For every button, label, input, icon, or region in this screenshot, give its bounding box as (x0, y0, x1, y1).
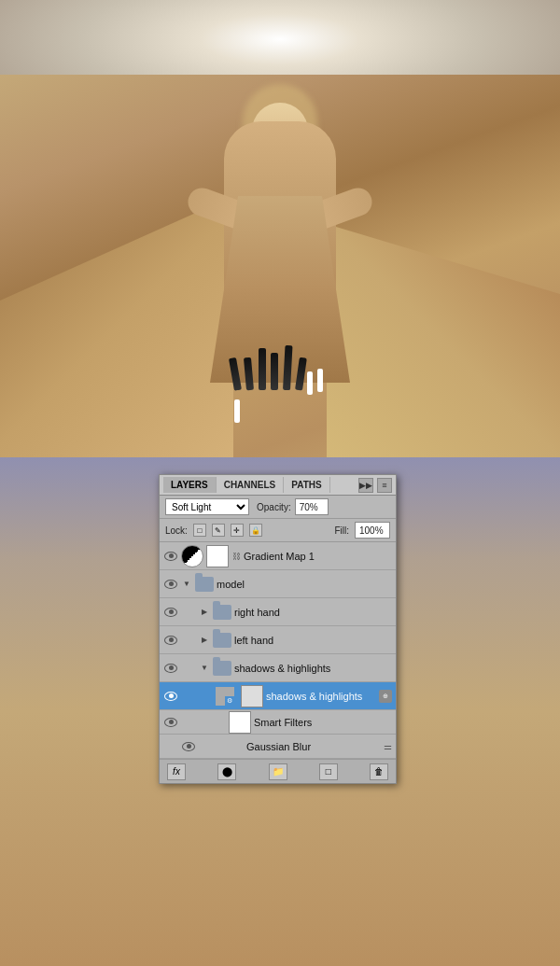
expand-arrow[interactable]: ▶ (199, 607, 210, 618)
visibility-icon[interactable] (163, 661, 178, 676)
gradient-map-thumbnail (181, 545, 203, 567)
fill-label: Fill: (334, 525, 349, 536)
lock-fill-row: Lock: □ ✎ ✛ 🔒 Fill: (160, 519, 396, 542)
expand-arrow[interactable]: ▶ (199, 635, 210, 646)
delete-layer-button[interactable]: 🗑 (370, 763, 388, 780)
visibility-icon[interactable] (163, 689, 178, 704)
layer-thumbnail: ⚙ (214, 685, 236, 707)
figure-bottom (233, 345, 327, 392)
blend-mode-select[interactable]: Soft Light Normal Multiply Screen Overla… (165, 498, 249, 515)
folder-icon (195, 577, 214, 592)
new-layer-button[interactable]: □ (319, 763, 338, 780)
panel-tabs: LAYERS CHANNELS PATHS ▶▶ ≡ (160, 475, 396, 496)
opacity-label: Opacity: (257, 502, 291, 512)
layer-name: left hand (234, 635, 392, 646)
blend-mode-row: Soft Light Normal Multiply Screen Overla… (160, 496, 396, 519)
layer-gradient-map-1[interactable]: ⛓ Gradient Map 1 (160, 542, 396, 570)
layer-shadows-highlights-group[interactable]: ▼ shadows & highlights (160, 654, 396, 682)
new-group-button[interactable]: 📁 (269, 763, 287, 780)
panel-tab-actions: ▶▶ ≡ (358, 478, 392, 493)
layer-left-hand[interactable]: ▶ left hand (160, 626, 396, 654)
layer-mask-thumb (241, 685, 263, 707)
adjustment-layer-button[interactable]: ⬤ (217, 763, 236, 780)
panel-menu-btn[interactable]: ≡ (377, 478, 392, 493)
layer-name: Gradient Map 1 (244, 551, 392, 562)
visibility-icon[interactable] (181, 739, 196, 754)
visibility-icon[interactable] (163, 633, 178, 648)
smart-filters-label: Smart Filters (254, 717, 392, 728)
filter-smart-filters: Smart Filters (160, 710, 396, 735)
visibility-icon[interactable] (163, 715, 178, 730)
panel-expand-btn[interactable]: ▶▶ (358, 478, 373, 493)
top-image-area (0, 0, 560, 457)
bottom-image-area: LAYERS CHANNELS PATHS ▶▶ ≡ Soft Light No… (0, 457, 560, 966)
visibility-icon[interactable] (163, 577, 178, 592)
folder-icon (213, 633, 231, 648)
layer-link-icon: ⛓ (231, 549, 241, 564)
folder-icon (213, 661, 231, 676)
smart-filter-badge: ⊕ (379, 690, 392, 703)
lock-all-icon[interactable]: 🔒 (249, 524, 262, 537)
tab-channels[interactable]: CHANNELS (217, 477, 285, 493)
folder-icon (213, 605, 231, 620)
visibility-icon[interactable] (163, 549, 178, 564)
opacity-input[interactable] (295, 498, 329, 515)
gaussian-blur-badge: ⚌ (384, 741, 392, 751)
layer-shadows-highlights[interactable]: ⚙ shadows & highlights ⊕ (160, 682, 396, 710)
layer-name: shadows & highlights (234, 663, 392, 674)
tab-paths[interactable]: PATHS (284, 477, 329, 493)
panel-footer: fx ⬤ 📁 □ 🗑 (160, 759, 396, 783)
smart-filters-thumbnail (229, 711, 251, 734)
figure-body (224, 121, 336, 383)
fx-button[interactable]: fx (167, 763, 186, 780)
layer-name: shadows & highlights (266, 691, 376, 702)
layer-name: right hand (234, 607, 392, 618)
filter-gaussian-blur: Gaussian Blur ⚌ (160, 735, 396, 759)
gaussian-blur-label: Gaussian Blur (246, 741, 381, 752)
layers-list: ⛓ Gradient Map 1 ▼ model ▶ (160, 542, 396, 759)
visibility-icon[interactable] (163, 605, 178, 620)
expand-arrow[interactable]: ▼ (199, 663, 210, 674)
lock-brush-icon[interactable]: ✎ (212, 524, 225, 537)
lock-transparent-icon[interactable]: □ (193, 524, 206, 537)
lock-move-icon[interactable]: ✛ (231, 524, 244, 537)
figure (196, 103, 364, 439)
gradient-map-mask (206, 545, 229, 567)
expand-arrow[interactable]: ▼ (181, 579, 192, 590)
layer-name: model (217, 579, 392, 590)
layer-right-hand[interactable]: ▶ right hand (160, 598, 396, 626)
layers-panel: LAYERS CHANNELS PATHS ▶▶ ≡ Soft Light No… (159, 474, 397, 784)
lock-label: Lock: (165, 525, 188, 536)
fill-input[interactable] (355, 522, 390, 539)
tab-layers[interactable]: LAYERS (163, 477, 217, 493)
layer-model-group[interactable]: ▼ model (160, 570, 396, 598)
